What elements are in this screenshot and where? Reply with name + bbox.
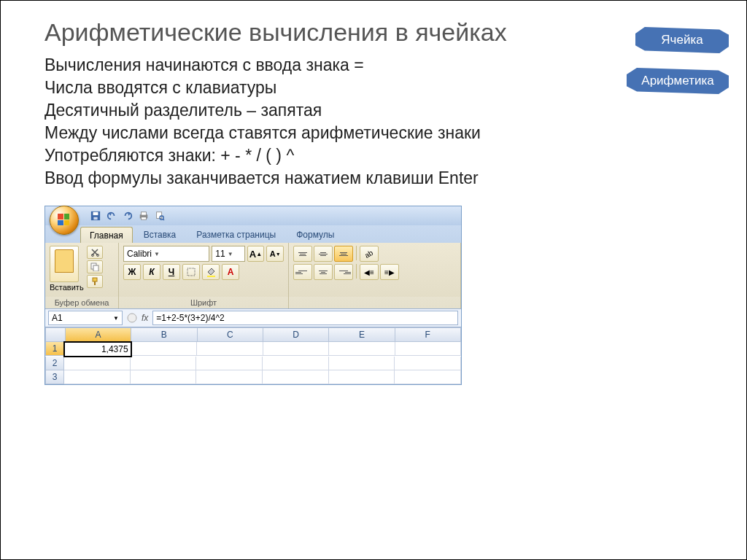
row-header-1[interactable]: 1 [45,342,64,356]
banner-arithmetic[interactable]: Арифметика [627,68,729,94]
bullet-4: Между числами всегда ставятся арифметиче… [44,122,717,144]
paste-button[interactable]: Вставить [50,246,84,292]
border-icon [187,268,196,276]
cell-d1[interactable] [263,342,329,356]
select-all-corner[interactable] [45,327,66,342]
col-header-b[interactable]: B [131,327,197,342]
grow-font-button[interactable]: A▲ [247,246,265,262]
redo-icon[interactable] [123,211,133,221]
cut-button[interactable] [87,246,103,259]
row-header-2[interactable]: 2 [45,357,64,370]
copy-icon [90,262,99,271]
ribbon: Вставить Буфер обмена Calibri▼ 11▼ A▲ [45,243,461,308]
col-header-c[interactable]: C [198,327,263,342]
row-header-3[interactable]: 3 [45,370,64,384]
align-middle-button[interactable] [314,246,333,262]
underline-button[interactable]: Ч [163,264,180,280]
align-top-button[interactable] [293,246,312,262]
bullet-1: Вычисления начинаются с ввода знака = [44,54,717,77]
bullet-5: Употребляются знаки: + - * / ( ) ^ [44,144,717,167]
col-header-a[interactable]: A [66,327,131,342]
cell-b1[interactable] [131,342,197,356]
office-button[interactable] [50,206,79,235]
svg-rect-2 [93,217,97,220]
tab-home[interactable]: Главная [80,227,133,243]
worksheet-grid[interactable]: A B C D E F 1 1,4375 2 3 [45,327,461,384]
cell-a1[interactable]: 1,4375 [63,341,131,357]
cell-e1[interactable] [329,342,395,356]
excel-window: Главная Вставка Разметка страницы Формул… [44,206,462,385]
bullets: Вычисления начинаются с ввода знака = Чи… [44,54,717,190]
shrink-font-button[interactable]: A▼ [266,246,284,262]
font-color-button[interactable]: A [222,264,239,280]
font-family-value: Calibri [127,249,152,259]
bullet-2: Числа вводятся с клавиатуры [44,77,717,99]
bullet-6: Ввод формулы заканчивается нажатием клав… [44,167,717,190]
paste-label: Вставить [50,282,84,292]
align-bottom-button[interactable] [334,246,353,262]
align-group-label [289,297,460,308]
svg-rect-14 [94,281,96,285]
tab-insert[interactable]: Вставка [134,226,186,243]
fx-icon[interactable]: fx [142,313,148,323]
cell-c1[interactable] [197,342,263,356]
svg-rect-16 [207,276,215,277]
undo-icon[interactable] [107,211,117,221]
save-icon[interactable] [90,211,101,221]
svg-rect-15 [187,268,195,276]
cell-a2[interactable] [64,357,131,370]
cell-e2[interactable] [329,357,395,370]
align-center-button[interactable] [314,264,333,280]
cell-a3[interactable] [64,370,131,384]
font-size-combo[interactable]: 11▼ [212,246,244,262]
cell-b3[interactable] [131,370,197,384]
formula-bar: A1▼ fx =1+2-5*(3+2)/4^2 [45,308,461,327]
cell-d3[interactable] [263,370,329,384]
clipboard-icon [55,249,74,273]
decrease-indent-button[interactable]: ◀≡ [360,264,379,280]
tab-formulas[interactable]: Формулы [287,226,344,243]
svg-rect-12 [93,265,98,271]
cell-f1[interactable] [395,342,461,356]
banner-cell[interactable]: Ячейка [635,27,729,53]
brush-icon [90,277,99,286]
svg-rect-5 [142,217,147,220]
formula-input[interactable]: =1+2-5*(3+2)/4^2 [152,311,458,325]
name-box[interactable]: A1▼ [48,311,123,325]
svg-rect-6 [157,212,162,219]
align-right-button[interactable] [334,264,353,280]
col-header-f[interactable]: F [395,327,461,342]
tab-page-layout[interactable]: Разметка страницы [187,226,285,243]
fill-color-button[interactable] [202,264,220,280]
bullet-3: Десятичный разделитель – запятая [44,99,717,122]
copy-button[interactable] [87,260,103,273]
cell-e3[interactable] [329,370,395,384]
cell-c3[interactable] [196,370,263,384]
cell-c2[interactable] [196,357,263,370]
svg-line-8 [163,219,164,221]
col-header-e[interactable]: E [329,327,395,342]
quick-print-icon[interactable] [139,211,149,221]
svg-rect-13 [93,278,97,281]
cell-b2[interactable] [131,357,197,370]
format-painter-button[interactable] [87,275,103,288]
print-preview-icon[interactable] [155,211,165,221]
font-group-label: Шрифт [119,297,288,308]
cell-d2[interactable] [263,357,329,370]
borders-button[interactable] [182,264,200,280]
italic-button[interactable]: К [143,264,160,280]
quick-access-toolbar [90,211,165,221]
cell-f3[interactable] [395,370,461,384]
name-box-value: A1 [52,313,63,323]
svg-rect-1 [93,212,98,215]
font-family-combo[interactable]: Calibri▼ [123,246,209,262]
clipboard-group-label: Буфер обмена [45,297,118,308]
svg-rect-4 [142,212,147,215]
increase-indent-button[interactable]: ≡▶ [380,264,399,280]
cancel-icon[interactable] [127,313,137,323]
cell-f2[interactable] [395,357,461,370]
orientation-button[interactable]: ab [360,246,379,262]
bold-button[interactable]: Ж [123,264,141,280]
align-left-button[interactable] [293,264,312,280]
col-header-d[interactable]: D [263,327,329,342]
